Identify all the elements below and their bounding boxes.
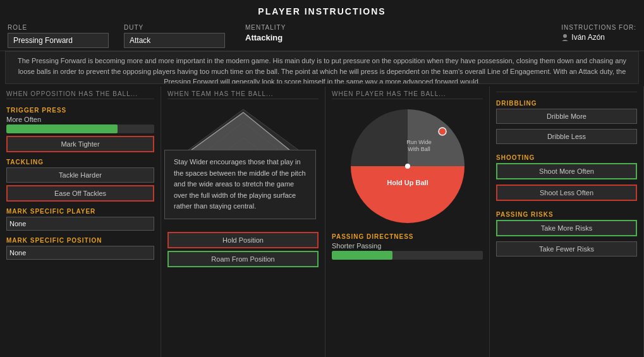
shorter-passing-label: Shorter Passing	[332, 242, 483, 250]
mark-specific-position-label: MARK SPECIFIC POSITION	[6, 237, 154, 244]
player-name: Iván Azón	[561, 33, 636, 42]
svg-text:Hold Up Ball: Hold Up Ball	[387, 179, 428, 186]
take-fewer-risks-button[interactable]: Take Fewer Risks	[496, 241, 637, 257]
shooting-label: SHOOTING	[496, 154, 637, 161]
mentality-label: MENTALITY	[245, 24, 286, 31]
trigger-press-value: More Often	[6, 116, 154, 123]
duty-label: DUTY	[124, 24, 225, 31]
mark-tighter-button[interactable]: Mark Tighter	[6, 136, 154, 152]
stay-wider-tooltip: Stay Wider encourages those that play in…	[164, 150, 316, 219]
trigger-press-label: TRIGGER PRESS	[6, 107, 154, 114]
roam-from-position-button[interactable]: Roam From Position	[167, 251, 319, 267]
hold-position-button[interactable]: Hold Position	[167, 232, 319, 248]
tackling-label: TACKLING	[6, 159, 154, 166]
page-title: PLAYER INSTRUCTIONS	[0, 0, 644, 21]
passing-bar	[332, 251, 483, 260]
col-header-player: WHEN PLAYER HAS THE BALL...	[332, 90, 483, 99]
passing-risks-label: PASSING RISKS	[496, 211, 637, 218]
svg-point-0	[563, 34, 567, 38]
role-label: ROLE	[8, 24, 109, 31]
shoot-less-often-button[interactable]: Shoot Less Often	[496, 185, 637, 201]
instructions-for-label: INSTRUCTIONS FOR:	[561, 24, 636, 31]
mark-specific-position-dropdown[interactable]: None	[6, 246, 154, 260]
mark-specific-player-dropdown[interactable]: None	[6, 217, 154, 231]
col-header-team: WHEN TEAM HAS THE BALL...	[167, 90, 319, 99]
mark-specific-player-label: MARK SPECIFIC PLAYER	[6, 208, 154, 215]
player-ball-chart: Run Wide With Ball Hold Up Ball	[344, 103, 471, 229]
role-description: The Pressing Forward is becoming more an…	[5, 51, 639, 84]
take-more-risks-button[interactable]: Take More Risks	[496, 220, 637, 236]
role-dropdown[interactable]: Pressing Forward	[8, 33, 109, 48]
player-icon	[561, 33, 569, 41]
svg-point-8	[405, 164, 410, 169]
col-header-opposition: WHEN OPPOSITION HAS THE BALL...	[6, 90, 154, 99]
duty-dropdown[interactable]: Attack	[124, 33, 225, 48]
svg-text:With Ball: With Ball	[408, 146, 430, 152]
dribble-less-button[interactable]: Dribble Less	[496, 129, 637, 144]
shoot-more-often-button[interactable]: Shoot More Often	[496, 163, 637, 179]
ease-off-tackles-button[interactable]: Ease Off Tackles	[6, 185, 154, 202]
passing-directness-label: PASSING DIRECTNESS	[332, 233, 483, 240]
mentality-value: Attacking	[245, 33, 286, 42]
col-header-far-right	[496, 90, 637, 92]
svg-point-9	[439, 128, 446, 135]
tackle-harder-button[interactable]: Tackle Harder	[6, 167, 154, 183]
dribbling-label: DRIBBLING	[496, 100, 637, 107]
trigger-press-bar	[6, 124, 154, 133]
dribble-more-button[interactable]: Dribble More	[496, 109, 637, 124]
svg-text:Run Wide: Run Wide	[406, 139, 432, 145]
